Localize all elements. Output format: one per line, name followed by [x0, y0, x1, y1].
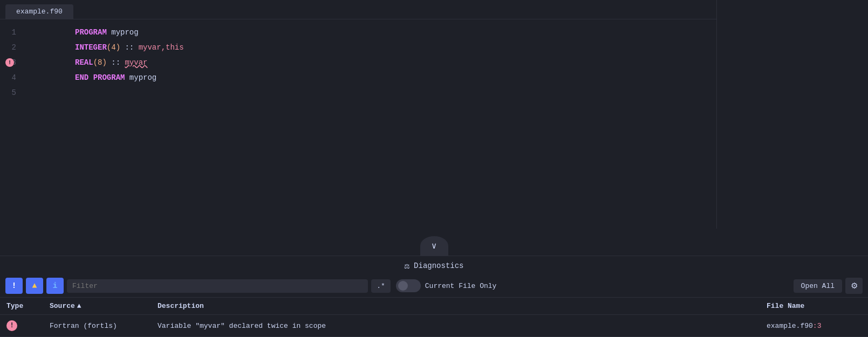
diagnostics-title-bar: ⚖ Diagnostics	[0, 256, 868, 274]
filter-input[interactable]	[67, 279, 368, 293]
current-file-toggle[interactable]	[396, 279, 421, 292]
line-number-5: 5	[0, 85, 27, 100]
warning-filter-button[interactable]: ▲	[26, 278, 43, 294]
code-area: 1 PROGRAM myprog 2 INTEGER(4) :: myvar,t…	[0, 19, 716, 229]
code-line-4: 4 END PROGRAM myprog	[0, 70, 716, 85]
error-indicator-3: !	[5, 58, 14, 67]
diagnostics-panel: ⚖ Diagnostics ! ▲ i .* Current File Only…	[0, 256, 868, 337]
file-line-number: :3	[813, 322, 822, 330]
diagnostics-table: Type Source▲ Description File Name ! For…	[0, 298, 868, 337]
expand-panel-button[interactable]: ∨	[420, 236, 448, 256]
code-line-5: 5	[0, 85, 716, 100]
open-all-button[interactable]: Open All	[794, 279, 842, 293]
table-header: Type Source▲ Description File Name	[0, 298, 868, 315]
editor-main: example.f90 1 PROGRAM myprog 2 INTEGER(4…	[0, 0, 717, 229]
toggle-container: Current File Only	[396, 279, 497, 292]
panel-divider: ∨	[0, 229, 868, 256]
scale-icon: ⚖	[404, 260, 409, 271]
col-filename: File Name	[760, 298, 868, 315]
table-row[interactable]: ! Fortran (fortls) Variable "myvar" decl…	[0, 315, 868, 337]
editor-right-panel	[717, 0, 868, 229]
keyword-program-2: PROGRAM	[93, 73, 125, 82]
row-type: !	[0, 315, 43, 337]
settings-button[interactable]: ⚙	[845, 278, 863, 294]
editor-area: example.f90 1 PROGRAM myprog 2 INTEGER(4…	[0, 0, 868, 229]
info-filter-button[interactable]: i	[46, 278, 64, 294]
file-name-text: example.f90	[767, 322, 813, 330]
col-type: Type	[0, 298, 43, 315]
sort-arrow-icon: ▲	[77, 302, 81, 310]
editor-tab[interactable]: example.f90	[5, 4, 73, 19]
gear-icon: ⚙	[851, 281, 858, 291]
diagnostics-toolbar: ! ▲ i .* Current File Only Open All ⚙	[0, 274, 868, 297]
identifier-myprog-2: myprog	[125, 73, 156, 82]
chevron-down-icon: ∨	[432, 240, 437, 251]
table-body: ! Fortran (fortls) Variable "myvar" decl…	[0, 315, 868, 337]
keyword-end: END	[75, 73, 93, 82]
line-number-4: 4	[0, 70, 27, 85]
row-filename: example.f90:3	[760, 315, 868, 337]
toggle-label: Current File Only	[425, 282, 497, 290]
line-number-1: 1	[0, 25, 27, 40]
error-type-icon: !	[6, 320, 17, 331]
regex-button[interactable]: .*	[371, 279, 391, 293]
row-source: Fortran (fortls)	[43, 315, 151, 337]
diagnostics-title: Diagnostics	[414, 262, 463, 270]
line-number-2: 2	[0, 40, 27, 55]
error-filter-button[interactable]: !	[5, 278, 23, 294]
toggle-knob	[398, 281, 408, 291]
col-source[interactable]: Source▲	[43, 298, 151, 315]
editor-tab-bar: example.f90	[0, 0, 716, 19]
col-description: Description	[151, 298, 760, 315]
row-description: Variable "myvar" declared twice in scope	[151, 315, 760, 337]
